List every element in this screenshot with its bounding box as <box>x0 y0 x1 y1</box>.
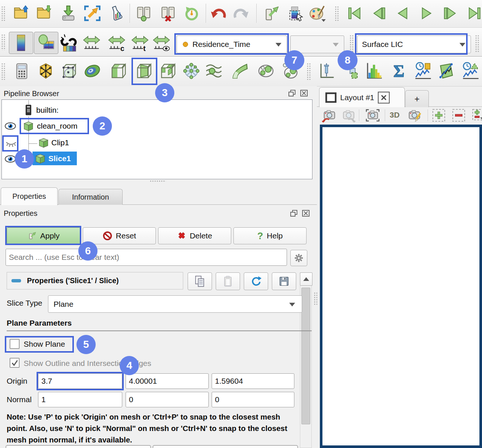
origin-x-field[interactable] <box>38 373 122 389</box>
pipeline-item-clip1[interactable]: Clip1 <box>51 138 69 147</box>
stream-tracer-icon[interactable] <box>204 61 224 81</box>
partial-button[interactable] <box>6 445 151 448</box>
threshold-icon[interactable] <box>157 61 178 81</box>
remove-view-icon[interactable] <box>451 108 467 123</box>
slice-type-select[interactable]: Plane <box>48 295 302 313</box>
extract-subset-icon[interactable] <box>58 61 79 81</box>
origin-z-field[interactable] <box>212 373 294 389</box>
undo-icon[interactable] <box>208 3 229 24</box>
view-mode-3d-toggle[interactable]: 3D <box>390 111 400 119</box>
load-state-icon[interactable] <box>34 3 55 24</box>
capture-screenshot-icon[interactable] <box>364 108 381 123</box>
play-backward-icon[interactable] <box>394 3 411 24</box>
open-file-icon[interactable] <box>11 3 32 24</box>
camera-undo-icon[interactable] <box>321 108 338 123</box>
paraview-logo-icon[interactable] <box>106 3 127 24</box>
add-layout-tab[interactable]: + <box>405 90 429 107</box>
close-tab-icon[interactable] <box>378 92 390 103</box>
first-frame-icon[interactable] <box>346 3 363 24</box>
save-defaults-button[interactable] <box>272 272 296 290</box>
scrollbar-thumb[interactable] <box>301 288 310 424</box>
plot-selection-over-time-icon[interactable] <box>460 61 481 81</box>
group-datasets-icon[interactable] <box>256 61 276 81</box>
point-interpolator-icon[interactable] <box>181 61 202 81</box>
normal-y-field[interactable] <box>126 392 209 407</box>
close-dock-icon[interactable] <box>300 89 308 97</box>
component-select[interactable] <box>290 35 344 53</box>
copy-icon <box>194 275 205 287</box>
rescale-to-custom-range-icon[interactable]: c <box>107 33 126 52</box>
eye-closed-icon[interactable] <box>5 139 17 149</box>
pipeline-item-clean-room[interactable]: clean_room <box>37 122 78 130</box>
layout-tab[interactable]: Layout #1 <box>319 87 405 107</box>
probe-location-icon[interactable] <box>316 61 337 81</box>
glyph-icon[interactable] <box>35 61 56 81</box>
split-view-icon[interactable] <box>471 108 482 123</box>
render-view[interactable] <box>320 125 482 448</box>
separate-color-map-icon[interactable] <box>59 33 78 52</box>
disconnect-server-icon[interactable] <box>158 3 178 24</box>
auto-apply-icon[interactable] <box>261 3 282 24</box>
delete-button[interactable]: Delete <box>158 227 231 244</box>
search-options-button[interactable] <box>290 250 307 266</box>
tab-information[interactable]: Information <box>58 189 123 205</box>
apply-button[interactable]: Apply <box>7 227 81 244</box>
normal-z-field[interactable] <box>212 392 294 407</box>
add-view-icon[interactable] <box>431 108 447 123</box>
origin-y-field[interactable] <box>126 373 209 389</box>
vertical-splitter[interactable] <box>314 292 317 305</box>
search-input[interactable] <box>6 249 287 266</box>
copy-properties-button[interactable] <box>188 272 212 290</box>
reset-button[interactable]: Reset <box>83 227 156 244</box>
slice-icon[interactable] <box>133 61 154 81</box>
partial-button[interactable] <box>153 445 298 448</box>
rescale-to-data-range-icon[interactable] <box>82 33 101 52</box>
float-dock-icon[interactable] <box>290 209 298 217</box>
panel-splitter[interactable] <box>150 180 166 183</box>
adjust-camera-icon[interactable] <box>406 108 423 123</box>
histogram-icon[interactable] <box>363 61 384 81</box>
warp-by-vector-icon[interactable] <box>230 61 250 81</box>
play-icon[interactable] <box>418 3 435 24</box>
show-outline-checkbox[interactable] <box>10 358 20 368</box>
color-by-select[interactable]: Residence_Time <box>177 35 287 53</box>
representation-select[interactable]: Surface LIC <box>357 35 471 53</box>
camera-redo-icon[interactable] <box>340 108 357 123</box>
paste-properties-button[interactable] <box>216 272 240 290</box>
export-scene-icon[interactable] <box>82 3 103 24</box>
tree-line <box>28 143 37 144</box>
show-plane-label[interactable]: Show Plane <box>24 340 65 349</box>
help-button[interactable]: ? Help <box>233 227 307 244</box>
scroll-up-icon[interactable] <box>300 272 312 286</box>
contour-icon[interactable] <box>82 61 103 81</box>
reset-session-icon[interactable] <box>181 3 202 24</box>
connect-server-icon[interactable] <box>133 3 154 24</box>
redo-icon[interactable] <box>230 3 251 24</box>
show-plane-checkbox[interactable] <box>10 339 20 349</box>
rescale-to-visible-range-icon[interactable] <box>152 33 171 52</box>
edit-color-map-icon[interactable] <box>34 32 58 54</box>
rescale-to-temporal-range-icon[interactable]: t <box>130 33 150 52</box>
tab-properties[interactable]: Properties <box>1 187 58 205</box>
next-frame-icon[interactable] <box>442 3 459 24</box>
plot-over-line-icon[interactable] <box>435 61 456 81</box>
previous-frame-icon[interactable] <box>370 3 387 24</box>
color-palette-icon[interactable] <box>307 3 328 24</box>
toggle-color-legend-icon[interactable] <box>9 32 33 54</box>
pipeline-item-slice1[interactable]: Slice1 <box>48 154 71 163</box>
plot-over-time-icon[interactable] <box>413 61 433 81</box>
close-dock-icon[interactable] <box>301 209 310 217</box>
integrate-variables-icon[interactable]: Σ <box>389 61 409 81</box>
normal-x-field[interactable] <box>38 392 122 407</box>
properties-section-header[interactable]: Properties ('Slice1' / Slice) <box>7 272 183 289</box>
calculator-icon[interactable] <box>11 61 32 81</box>
load-color-palette-icon[interactable] <box>285 3 306 24</box>
eye-open-icon[interactable] <box>4 121 17 131</box>
float-dock-icon[interactable] <box>288 89 297 97</box>
reset-defaults-button[interactable] <box>244 272 268 290</box>
pipeline-item-builtin[interactable]: builtin: <box>36 106 59 115</box>
clip-icon[interactable] <box>107 61 128 81</box>
save-data-icon[interactable] <box>58 3 79 24</box>
last-frame-icon[interactable] <box>466 3 482 24</box>
collapse-dash-icon <box>11 279 21 282</box>
